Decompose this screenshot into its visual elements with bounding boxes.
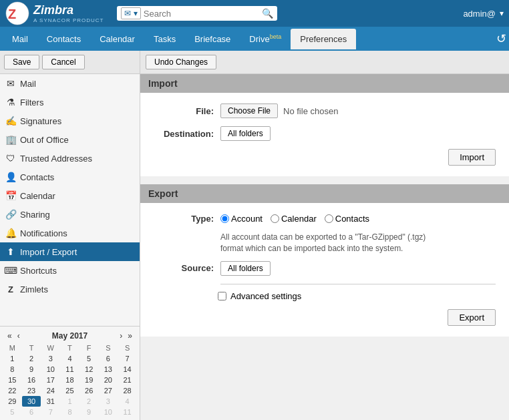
undo-changes-button[interactable]: Undo Changes [146,55,216,69]
save-button[interactable]: Save [4,55,39,69]
cal-day[interactable]: 1 [3,353,22,364]
admin-dropdown-arrow[interactable]: ▾ [500,9,504,18]
sharing-icon: 🔗 [5,209,16,220]
sidebar-item-calendar[interactable]: 📅 Calendar [0,186,140,205]
radio-contacts-input[interactable] [325,214,333,223]
radio-contacts[interactable]: Contacts [325,214,369,224]
cal-day[interactable]: 11 [60,364,79,375]
cal-day[interactable]: 3 [41,353,60,364]
cal-day-header-m: M [3,343,22,353]
nav-briefcase[interactable]: Briefcase [185,29,240,49]
signatures-icon: ✍ [5,116,16,126]
cal-day[interactable]: 5 [3,407,22,417]
cal-day[interactable]: 5 [79,353,99,364]
search-input[interactable] [144,9,263,19]
cal-day[interactable]: 4 [60,353,79,364]
refresh-icon[interactable]: ↺ [496,31,506,46]
import-section-header: Import [140,74,509,93]
sidebar-item-notifications[interactable]: 🔔 Notifications [0,224,140,242]
sidebar-item-out-of-office[interactable]: 🏢 Out of Office [0,130,140,149]
cal-day[interactable]: 24 [41,385,60,396]
cal-day[interactable]: 16 [22,375,41,385]
mail-type-btn[interactable]: ✉ ▾ [121,7,140,19]
app-title: Zimbra [33,3,73,17]
choose-file-button[interactable]: Choose File [220,103,278,118]
sidebar-item-shortcuts[interactable]: ⌨ Shortcuts [0,261,140,280]
type-row: Type: Account Calendar Contacts [154,214,496,224]
cal-day[interactable]: 13 [99,364,118,375]
cal-day[interactable]: 7 [41,407,60,417]
cal-day[interactable]: 10 [41,364,60,375]
cal-day[interactable]: 31 [41,396,60,407]
cal-day[interactable]: 6 [22,407,41,417]
sidebar-item-mail[interactable]: ✉ Mail [0,74,140,93]
cal-day-today[interactable]: 30 [22,396,41,407]
cal-day[interactable]: 9 [79,407,99,417]
import-section: Import File: Choose File No file chosen … [140,74,509,176]
cal-day[interactable]: 14 [118,364,137,375]
cal-day[interactable]: 22 [3,385,22,396]
cal-day[interactable]: 18 [60,375,79,385]
cal-next-btn[interactable]: › [118,331,124,341]
nav-preferences[interactable]: Preferences [291,29,356,49]
calendar-month-year: May 2017 [52,331,88,341]
import-button[interactable]: Import [448,149,496,166]
cal-day[interactable]: 28 [118,385,137,396]
radio-calendar-input[interactable] [271,214,279,223]
nav-calendar[interactable]: Calendar [90,29,144,49]
cal-day[interactable]: 4 [118,396,137,407]
cal-day[interactable]: 25 [60,385,79,396]
nav-tasks[interactable]: Tasks [144,29,185,49]
cal-day[interactable]: 29 [3,396,22,407]
nav-mail[interactable]: Mail [3,29,37,49]
advanced-settings-checkbox[interactable] [218,292,226,300]
cal-day[interactable]: 26 [79,385,99,396]
cal-day[interactable]: 10 [99,407,118,417]
sidebar-item-sharing[interactable]: 🔗 Sharing [0,205,140,224]
cal-day[interactable]: 2 [22,353,41,364]
search-icon[interactable]: 🔍 [262,8,273,19]
cal-day[interactable]: 12 [79,364,99,375]
nav-contacts[interactable]: Contacts [37,29,90,49]
calendar-nav-next: › » [118,331,134,341]
sidebar-item-signatures[interactable]: ✍ Signatures [0,112,140,130]
sidebar-label-zimlets: Zimlets [20,284,48,294]
cal-prev-prev-btn[interactable]: « [5,331,14,341]
export-description: All account data can be exported to a "T… [220,232,434,254]
radio-account-input[interactable] [220,214,229,223]
cal-day[interactable]: 27 [99,385,118,396]
radio-calendar[interactable]: Calendar [271,214,317,224]
svg-text:Z: Z [8,7,16,21]
out-of-office-icon: 🏢 [5,134,16,145]
cal-day[interactable]: 21 [118,375,137,385]
cal-day[interactable]: 11 [118,407,137,417]
cal-next-next-btn[interactable]: » [126,331,134,341]
cal-day[interactable]: 15 [3,375,22,385]
cal-day[interactable]: 9 [22,364,41,375]
nav-drive[interactable]: Drivebeta [240,28,291,49]
sidebar-item-contacts[interactable]: 👤 Contacts [0,168,140,186]
filters-icon: ⚗ [5,97,16,108]
cal-day[interactable]: 2 [79,396,99,407]
cal-day[interactable]: 19 [79,375,99,385]
cal-prev-btn[interactable]: ‹ [15,331,22,341]
export-button[interactable]: Export [448,309,496,326]
sidebar-item-import-export[interactable]: ⬆ Import / Export [0,242,140,261]
source-all-folders-button[interactable]: All folders [220,261,271,276]
cal-day-header-s2: S [118,343,137,353]
cal-day[interactable]: 1 [60,396,79,407]
sidebar-item-filters[interactable]: ⚗ Filters [0,93,140,112]
sidebar-item-zimlets[interactable]: Z Zimlets [0,280,140,298]
cal-day[interactable]: 8 [3,364,22,375]
cal-day[interactable]: 3 [99,396,118,407]
radio-account[interactable]: Account [220,214,263,224]
cancel-button[interactable]: Cancel [42,55,84,69]
destination-all-folders-button[interactable]: All folders [220,126,271,141]
cal-day[interactable]: 8 [60,407,79,417]
sidebar-item-trusted[interactable]: 🛡 Trusted Addresses [0,149,140,168]
cal-day[interactable]: 17 [41,375,60,385]
cal-day[interactable]: 23 [22,385,41,396]
cal-day[interactable]: 7 [118,353,137,364]
cal-day[interactable]: 20 [99,375,118,385]
cal-day[interactable]: 6 [99,353,118,364]
